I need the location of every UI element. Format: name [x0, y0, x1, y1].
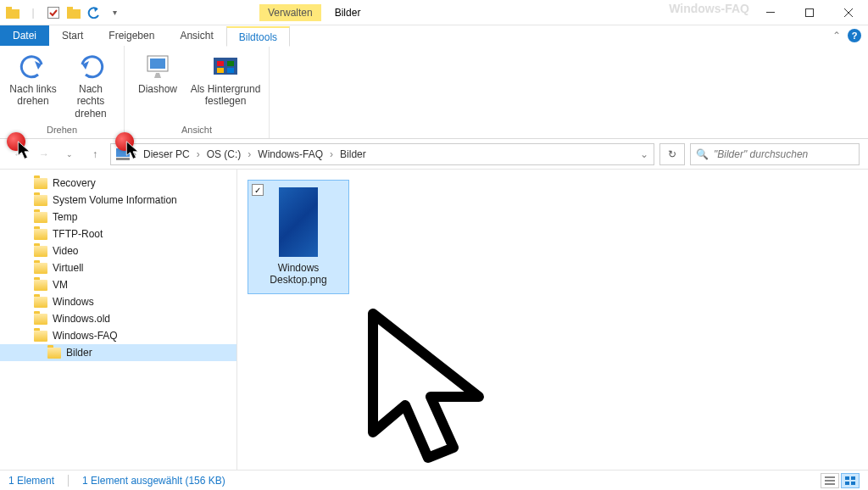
- window-title: Bilder: [335, 7, 361, 19]
- tree-item[interactable]: System Volume Information: [0, 192, 236, 209]
- folder-icon: [34, 195, 47, 206]
- svg-rect-5: [766, 12, 775, 13]
- svg-rect-13: [227, 68, 234, 73]
- tree-item[interactable]: Windows: [0, 293, 236, 310]
- tree-item[interactable]: VM: [0, 276, 236, 293]
- tree-item[interactable]: Virtuell: [0, 259, 236, 276]
- svg-rect-6: [806, 8, 814, 16]
- tab-freigeben[interactable]: Freigeben: [96, 25, 167, 46]
- tab-ansicht[interactable]: Ansicht: [167, 25, 225, 46]
- file-item-selected[interactable]: ✓ Windows Desktop.png: [248, 180, 349, 294]
- svg-rect-4: [67, 7, 73, 9]
- file-checkbox[interactable]: ✓: [252, 184, 264, 196]
- search-box[interactable]: 🔍: [690, 143, 860, 165]
- large-cursor-icon: [364, 305, 509, 466]
- maximize-button[interactable]: [790, 0, 829, 25]
- svg-rect-21: [845, 482, 849, 485]
- svg-rect-2: [48, 7, 59, 18]
- folder-tree[interactable]: Recovery System Volume Information Temp …: [0, 170, 237, 470]
- search-input[interactable]: [714, 148, 854, 160]
- svg-rect-18: [825, 483, 835, 485]
- chevron-right-icon[interactable]: ›: [197, 148, 200, 160]
- qat-separator: |: [24, 3, 42, 22]
- tree-item[interactable]: Video: [0, 242, 236, 259]
- set-background-label: Als Hintergrund festlegen: [189, 83, 262, 108]
- chevron-right-icon[interactable]: ›: [330, 148, 333, 160]
- tree-item[interactable]: Temp: [0, 209, 236, 226]
- properties-check-icon[interactable]: [44, 3, 63, 22]
- svg-rect-11: [227, 61, 234, 66]
- tab-bildtools[interactable]: Bildtools: [226, 26, 290, 47]
- cursor-icon: [17, 141, 32, 161]
- view-thumbnails-button[interactable]: [841, 473, 860, 488]
- svg-rect-3: [67, 9, 81, 19]
- status-selection: 1 Element ausgewählt (156 KB): [82, 475, 225, 487]
- folder-icon: [34, 212, 47, 223]
- folder-icon: [34, 246, 47, 257]
- svg-rect-12: [217, 68, 224, 73]
- tree-item-selected[interactable]: Bilder: [0, 344, 236, 361]
- svg-rect-10: [217, 61, 224, 66]
- tab-start[interactable]: Start: [49, 25, 96, 46]
- crumb-drive[interactable]: OS (C:): [203, 148, 245, 160]
- view-details-button[interactable]: [821, 473, 839, 488]
- chevron-right-icon[interactable]: ›: [248, 148, 251, 160]
- refresh-button[interactable]: ↻: [659, 143, 685, 165]
- undo-icon[interactable]: [85, 3, 103, 22]
- rotate-right-button[interactable]: Nach rechts drehen: [63, 49, 119, 123]
- ribbon-collapse-icon[interactable]: ⌃: [832, 30, 841, 42]
- search-icon: 🔍: [696, 148, 709, 160]
- crumb-folder1[interactable]: Windows-FAQ: [254, 148, 326, 160]
- folder-icon: [34, 297, 47, 308]
- svg-rect-16: [825, 476, 835, 478]
- svg-rect-17: [825, 480, 835, 482]
- svg-rect-8: [150, 58, 165, 69]
- rotate-right-label: Nach rechts drehen: [64, 83, 117, 120]
- rotate-left-label: Nach links drehen: [7, 83, 59, 108]
- status-separator: [68, 475, 69, 487]
- folder-icon: [34, 263, 47, 274]
- explorer-icon: [3, 3, 22, 22]
- qat-customize-icon[interactable]: ▾: [105, 3, 124, 22]
- tree-item[interactable]: Recovery: [0, 175, 236, 192]
- tree-item[interactable]: Windows-FAQ: [0, 327, 236, 344]
- folder-icon: [34, 331, 47, 342]
- nav-recent-dropdown[interactable]: ⌄: [59, 144, 80, 164]
- context-tab-label: Verwalten: [259, 4, 321, 21]
- set-background-button[interactable]: Als Hintergrund festlegen: [187, 49, 264, 111]
- folder-icon: [34, 314, 47, 325]
- nav-up-button[interactable]: ↑: [85, 144, 105, 164]
- rotate-left-button[interactable]: Nach links drehen: [5, 49, 61, 123]
- folder-icon: [47, 348, 61, 359]
- tree-item[interactable]: Windows.old: [0, 310, 236, 327]
- cursor-icon: [125, 141, 141, 161]
- close-button[interactable]: [829, 0, 868, 25]
- help-icon[interactable]: ?: [848, 29, 861, 42]
- svg-rect-20: [851, 476, 855, 480]
- breadcrumb-dropdown-icon[interactable]: ⌄: [640, 148, 648, 160]
- slideshow-label: Diashow: [138, 83, 177, 95]
- ribbon-group-ansicht: Ansicht: [130, 125, 264, 138]
- svg-rect-19: [845, 476, 849, 480]
- file-thumbnail: [279, 187, 318, 257]
- svg-rect-1: [6, 7, 12, 9]
- folder-icon: [34, 280, 47, 291]
- new-folder-icon[interactable]: [64, 3, 83, 22]
- file-name-label: Windows Desktop.png: [255, 262, 342, 287]
- tab-datei[interactable]: Datei: [0, 25, 49, 46]
- folder-icon: [34, 178, 47, 189]
- tree-item[interactable]: TFTP-Root: [0, 226, 236, 242]
- nav-forward-button[interactable]: →: [34, 144, 54, 164]
- slideshow-button[interactable]: Diashow: [130, 49, 186, 111]
- status-item-count: 1 Element: [8, 475, 54, 487]
- crumb-folder2[interactable]: Bilder: [337, 148, 370, 160]
- svg-rect-0: [6, 9, 19, 19]
- watermark: Windows-FAQ: [669, 2, 749, 15]
- crumb-pc[interactable]: Dieser PC: [140, 148, 193, 160]
- folder-icon: [34, 229, 47, 240]
- breadcrumb[interactable]: › Dieser PC › OS (C:) › Windows-FAQ › Bi…: [110, 143, 654, 165]
- file-pane[interactable]: ✓ Windows Desktop.png: [237, 170, 868, 470]
- minimize-button[interactable]: [751, 0, 790, 25]
- svg-rect-22: [851, 482, 855, 485]
